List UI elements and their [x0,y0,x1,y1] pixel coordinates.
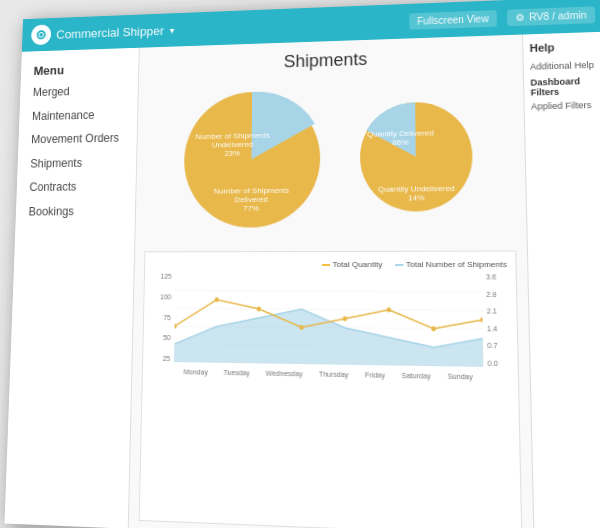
svg-line-13 [175,291,482,292]
sidebar-item-contracts[interactable]: Contracts [16,175,135,201]
legend-total-shipments: Total Number of Shipments [395,260,507,269]
svg-point-22 [343,316,348,321]
svg-point-0 [39,33,43,37]
sidebar-item-movement-orders[interactable]: Movement Orders [18,126,137,152]
svg-text:77%: 77% [243,204,259,213]
page-title: Shipments [148,45,512,77]
svg-point-20 [257,306,261,311]
y-axis-left: 125 100 75 50 25 [151,273,172,362]
fullscreen-button[interactable]: Fullscreen View [409,10,497,30]
pie-chart-2: Quantity Delivered 86% Quantity Undelive… [350,91,484,226]
sidebar-item-bookings[interactable]: Bookings [15,199,135,224]
pie-chart-1: Number of Shipments Undelivered 23% Numb… [173,80,330,241]
y-label-25: 25 [151,355,170,362]
user-menu-button[interactable]: ⚙ RV8 / admin [507,6,595,26]
svg-text:23%: 23% [224,149,240,158]
applied-filters: Applied Filters [531,99,600,111]
app-logo[interactable]: Commercial Shipper ▾ [31,20,174,45]
app-name: Commercial Shipper [56,23,164,41]
legend-label-shipments: Total Number of Shipments [406,260,507,269]
line-chart-container: Total Quantity Total Number of Shipments… [139,251,523,528]
x-label-tue: Tuesday [223,369,249,377]
x-label-wed: Wednesday [266,370,303,378]
y-axis-right: 3.6 2.8 2.1 1.4 0.7 0.0 [486,273,509,367]
chart-legend: Total Quantity Total Number of Shipments [153,260,507,269]
user-label: RV8 / admin [529,9,587,22]
charts-row: Number of Shipments Undelivered 23% Numb… [145,75,516,241]
gear-icon: ⚙ [515,11,525,22]
svg-point-24 [431,326,436,331]
legend-label-quantity: Total Quantity [333,260,383,269]
svg-point-19 [215,297,219,302]
help-label: Help [529,40,600,54]
legend-color-blue [395,263,403,265]
additional-help: Additional Help [530,60,600,74]
svg-text:86%: 86% [392,138,408,147]
dashboard: Shipments [129,35,534,528]
x-label-mon: Monday [183,368,207,375]
header-right: Fullscreen View ⚙ RV8 / admin [409,6,595,29]
y-label-125: 125 [152,273,171,280]
x-label-sun: Sunday [448,373,473,381]
header-chevron[interactable]: ▾ [169,25,174,35]
svg-point-23 [387,307,392,312]
dashboard-filters: Dashboard Filters [530,75,600,97]
right-panel: Help Additional Help Dashboard Filters A… [522,32,600,528]
body-area: Menu Merged Maintenance Movement Orders … [4,32,600,528]
main-content: Shipments [129,35,534,528]
x-label-sat: Saturday [401,372,430,380]
svg-text:14%: 14% [408,193,425,202]
y-label-50: 50 [151,334,170,341]
svg-point-21 [299,325,304,330]
logo-icon [31,24,51,45]
y-label-75: 75 [152,314,171,321]
svg-text:Delivered: Delivered [235,195,268,204]
y-label-100: 100 [152,293,171,300]
sidebar-item-merged[interactable]: Merged [20,78,138,105]
chart-area: Monday Tuesday Wednesday Thursday Friday… [174,273,484,381]
sidebar: Menu Merged Maintenance Movement Orders … [4,48,139,528]
sidebar-item-shipments[interactable]: Shipments [17,151,136,177]
menu-label: Menu [21,55,139,82]
x-label-fri: Friday [365,371,385,379]
svg-point-25 [480,317,483,322]
sidebar-item-maintenance[interactable]: Maintenance [19,102,138,129]
legend-color-yellow [322,263,330,265]
legend-total-quantity: Total Quantity [322,260,383,269]
x-label-thu: Thursday [319,370,349,378]
x-axis-labels: Monday Tuesday Wednesday Thursday Friday… [174,368,484,380]
svg-line-14 [175,308,482,310]
